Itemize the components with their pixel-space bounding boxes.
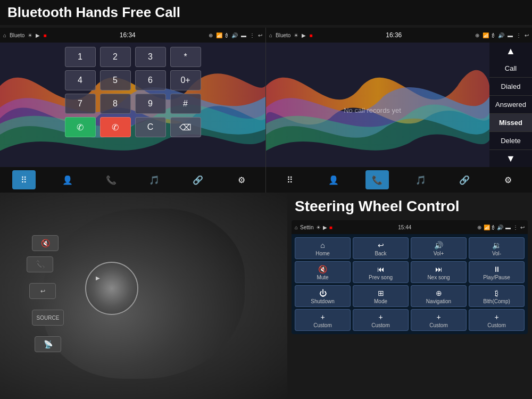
- swc-batt-icon: ▬: [505, 225, 511, 230]
- dial-hangup-button[interactable]: ✆: [100, 117, 131, 137]
- dial-action-row: ✆ ✆ C ⌫: [4, 117, 261, 137]
- swc-voldown-icon: 🔉: [492, 241, 501, 250]
- calllog-nav-contacts[interactable]: 👤: [322, 170, 345, 189]
- dial-clear-button[interactable]: C: [135, 117, 166, 137]
- swc-playpause-button[interactable]: ⏸ Play/Pause: [469, 261, 525, 283]
- calllog-vol-icon: 🔊: [498, 32, 504, 38]
- swc-prev-icon: ⏮: [377, 265, 385, 273]
- swc-bluetooth-label: Blth(Comp): [483, 298, 510, 304]
- calllog-dialed-filter[interactable]: Dialed: [489, 78, 532, 96]
- swc-mode-button[interactable]: ⊞ Mode: [353, 285, 409, 307]
- dialpad-nav-link[interactable]: 🔗: [186, 170, 210, 189]
- swc-voldown-button[interactable]: 🔉 Vol-: [469, 237, 525, 259]
- dial-key-0plus[interactable]: 0+: [170, 70, 201, 90]
- calllog-scroll-down-button[interactable]: ▼: [489, 150, 532, 167]
- swc-home-label: Home: [315, 251, 330, 256]
- dialpad-sun-icon: ☀: [28, 32, 32, 38]
- calllog-time: 16:36: [386, 31, 402, 39]
- sw-source-button: SOURCE: [32, 310, 64, 326]
- swc-shutdown-button[interactable]: ⏻ Shutdown: [295, 285, 351, 307]
- dial-key-4[interactable]: 4: [65, 70, 96, 90]
- dial-key-7[interactable]: 7: [65, 94, 96, 114]
- calllog-home-icon: ⌂: [269, 32, 272, 38]
- dialpad-nav-settings[interactable]: ⚙: [230, 170, 253, 189]
- calllog-answered-filter[interactable]: Answered: [489, 96, 532, 114]
- swc-home-icon: ⌂: [320, 241, 325, 250]
- swc-custom2-label: Custom: [371, 322, 389, 328]
- swc-home-button[interactable]: ⌂ Home: [295, 237, 351, 259]
- dialpad-nav-recents[interactable]: 📞: [99, 170, 123, 189]
- swc-nextsong-label: Nex song: [427, 275, 450, 280]
- swc-sun-icon: ☀: [316, 225, 321, 230]
- swc-custom4-label: Custom: [487, 322, 505, 328]
- calllog-nav-dialpad[interactable]: ⠿: [278, 170, 302, 189]
- dial-call-button[interactable]: ✆: [65, 117, 96, 137]
- swc-screen: ⌂ Settin ☀ ▶ ■ 15:44 ⊕ 📶 ₿ 🔊 ▬ ⋮ ↩ ⌂ Hom…: [292, 220, 528, 334]
- sw-mute-button: 🔇: [32, 235, 59, 251]
- calllog-nav-music[interactable]: 🎵: [409, 170, 433, 189]
- swc-shutdown-icon: ⏻: [319, 289, 327, 297]
- swc-play-icon: ▶: [323, 225, 327, 230]
- swc-grid: ⌂ Home ↩ Back 🔊 Vol+ 🔉 Vol- 🔇: [292, 234, 528, 334]
- calllog-back-icon: ↩: [525, 32, 529, 38]
- dialpad-grid: 1 2 3 * 4 5 6 0+ 7 8 9 # ✆ ✆ C ⌫: [0, 43, 265, 145]
- calllog-bt-icon: ₿: [492, 32, 495, 38]
- swc-bluetooth-button[interactable]: ₿ Blth(Comp): [469, 285, 525, 307]
- dial-key-hash[interactable]: #: [170, 94, 201, 114]
- dialpad-bottombar: ⠿ 👤 📞 🎵 🔗 ⚙: [0, 167, 265, 193]
- dial-key-6[interactable]: 6: [135, 70, 166, 90]
- swc-rec-icon: ■: [329, 225, 332, 230]
- dialpad-time: 16:34: [120, 31, 136, 39]
- swc-volup-button[interactable]: 🔊 Vol+: [411, 237, 467, 259]
- swc-navigation-button[interactable]: ⊕ Navigation: [411, 285, 467, 307]
- dialpad-nav-dialpad[interactable]: ⠿: [12, 170, 36, 189]
- dial-backspace-button[interactable]: ⌫: [170, 117, 201, 137]
- dialpad-wifi-icon: 📶: [216, 32, 222, 38]
- calllog-menu-icon: ⋮: [516, 32, 521, 38]
- calllog-wave: [266, 43, 489, 167]
- calllog-call-filter[interactable]: Call: [489, 60, 532, 78]
- calllog-nav-link[interactable]: 🔗: [453, 170, 476, 189]
- calllog-nav-recents[interactable]: 📞: [365, 170, 389, 189]
- swc-home-icon: ⌂: [295, 225, 298, 230]
- swc-nextsong-button[interactable]: ⏭ Nex song: [411, 261, 467, 283]
- swc-custom3-button[interactable]: + Custom: [411, 309, 467, 331]
- dial-key-3[interactable]: 3: [135, 47, 166, 67]
- swc-gps-icon: ⊕: [477, 225, 481, 230]
- swc-mute-button[interactable]: 🔇 Mute: [295, 261, 351, 283]
- dial-key-2[interactable]: 2: [100, 47, 131, 67]
- dialpad-statusbar: ⌂ Blueto ☀ ▶ ■ 16:34 ⊕ 📶 ₿ 🔊 ▬ ⋮ ↩: [0, 28, 265, 43]
- dial-key-8[interactable]: 8: [100, 94, 131, 114]
- swc-statusbar: ⌂ Settin ☀ ▶ ■ 15:44 ⊕ 📶 ₿ 🔊 ▬ ⋮ ↩: [292, 220, 528, 234]
- swc-custom1-icon: +: [320, 313, 325, 321]
- calllog-nav-settings[interactable]: ⚙: [496, 170, 520, 189]
- swc-mode-icon: ⊞: [378, 289, 384, 297]
- swc-custom2-button[interactable]: + Custom: [353, 309, 409, 331]
- dialpad-nav-contacts[interactable]: 👤: [56, 170, 79, 189]
- dial-key-star[interactable]: *: [170, 47, 201, 67]
- calllog-missed-filter[interactable]: Missed: [489, 114, 532, 132]
- swc-back-button[interactable]: ↩ Back: [353, 237, 409, 259]
- swc-prevsong-label: Prev song: [369, 275, 393, 280]
- steering-bg: 🔇 📞 ↩ SOURCE 📡 ▶: [0, 193, 287, 399]
- dial-key-1[interactable]: 1: [65, 47, 96, 67]
- dial-key-9[interactable]: 9: [135, 94, 166, 114]
- dialpad-bt-icon: ₿: [226, 32, 228, 38]
- calllog-play-icon: ▶: [302, 32, 306, 38]
- dialpad-nav-music[interactable]: 🎵: [143, 170, 166, 189]
- calllog-statusbar: ⌂ Blueto ☀ ▶ ■ 16:36 ⊕ 📶 ₿ 🔊 ▬ ⋮ ↩: [266, 28, 532, 43]
- swc-mute-label: Mute: [317, 275, 328, 280]
- swc-custom3-label: Custom: [429, 322, 447, 328]
- swc-custom1-button[interactable]: + Custom: [295, 309, 351, 331]
- swc-prevsong-button[interactable]: ⏮ Prev song: [353, 261, 409, 283]
- swc-custom4-button[interactable]: + Custom: [469, 309, 525, 331]
- swc-custom4-icon: +: [494, 313, 498, 321]
- calllog-delete-filter[interactable]: Delete: [489, 132, 532, 150]
- swc-app-label: Settin: [300, 225, 314, 230]
- swc-bt-icon: ₿: [492, 225, 495, 230]
- swc-voldown-label: Vol-: [492, 251, 501, 256]
- dial-key-5[interactable]: 5: [100, 70, 131, 90]
- calllog-gps-icon: ⊕: [475, 32, 479, 38]
- calllog-scroll-up-button[interactable]: ▲: [489, 43, 532, 60]
- swc-playpause-icon: ⏸: [493, 265, 501, 273]
